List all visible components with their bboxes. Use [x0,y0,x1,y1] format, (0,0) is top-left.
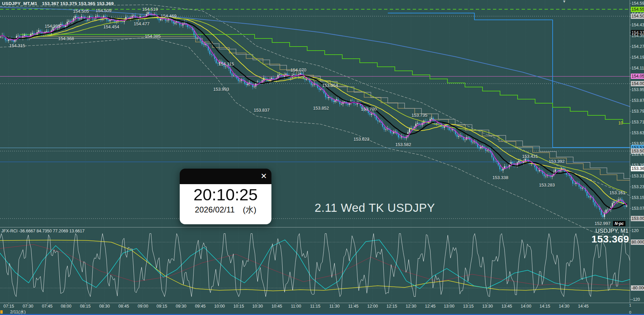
price-axis-tag: 153.075 [631,206,644,211]
swing-price-label: 153.780 [361,107,377,112]
rci-axis-tag: 120 [631,228,639,233]
swing-price-label: 153.954 [322,83,338,88]
ma-steel-blue [0,7,630,107]
swing-price-label: 154.454 [104,24,119,29]
edge-label-1: 1 [629,303,631,307]
price-axis-tag: 154.355 [631,33,644,38]
price-axis-tag: 154.115 [631,65,644,71]
time-axis-label: 08:30 [99,304,110,309]
axis-note-10: 10 [618,121,623,125]
price-axis-tag: 153.475 [631,152,644,157]
swing-price-label: 153.837 [254,108,270,113]
price-axis-tag: 154.275 [631,44,644,49]
time-axis-label: 10:00 [214,304,225,309]
clock-overlay[interactable]: ✕ 20:10:25 2026/02/11 (水) [180,169,271,224]
price-axis-tag: 153.635 [631,130,644,136]
time-axis-label: 11:45 [348,304,358,309]
corner-price-label: 153.369 [591,233,629,245]
price-axis-tag: 154.000 [631,81,644,86]
time-axis-label: 11:15 [310,304,320,309]
price-axis-tag: 154.054 [631,74,644,79]
time-axis-label: 07:30 [23,304,33,309]
time-axis-label: 14:15 [539,304,550,309]
clock-time: 20:10:25 [180,185,271,204]
time-axis-label: 07:15 [3,304,14,309]
time-axis-label: 14:30 [559,304,569,309]
axis-corner-marker [0,310,3,314]
swing-price-label: 152.997 [595,221,611,226]
swing-price-label: 154.315 [9,43,25,48]
swing-price-label: 153.735 [412,113,428,118]
price-axis-tag: 153.715 [631,119,644,125]
symbol-timeframe-label: USDJPY_MT,M1 [2,1,37,6]
chart-canvas[interactable] [0,0,644,315]
swing-price-label: 153.392 [549,159,565,164]
price-axis-tag: 153.369 [631,166,644,171]
time-axis-label: 12:30 [406,304,416,309]
swing-price-label: 154.368 [58,36,74,41]
time-axis-label: 08:00 [61,304,71,309]
swing-price-label: 153.338 [493,175,508,180]
rci-axis-tag: -120 [631,297,641,302]
rci-axis-tag: 80.0000 [631,239,644,245]
swing-price-label: 153.623 [354,137,370,142]
rci-white [0,234,630,297]
swing-price-label: 154.519 [142,7,158,12]
price-axis-tag: 154.435 [631,22,644,28]
price-axis-tag: 153.235 [631,184,644,190]
swing-price-label: 153.161 [610,190,625,195]
rci-red [0,245,630,285]
ma-chartreuse [1,18,627,193]
time-axis-label: 14:00 [521,304,531,309]
time-axis-label: 10:30 [252,304,263,309]
price-axis-tag: 153.000 [631,216,644,221]
price-axis-tag: 153.875 [631,98,644,103]
chart-watermark-text: 2.11 Wed TK USDJPY [315,201,435,214]
time-axis-label: 09:15 [156,304,167,309]
clock-body: 20:10:25 2026/02/11 (水) [180,184,271,224]
swing-price-label: 153.993 [213,87,229,92]
price-axis-tag: 153.795 [631,109,644,114]
time-axis-label: 09:45 [195,304,205,309]
time-axis-label: 13:30 [482,304,493,309]
swing-price-label: 154.070 [291,67,306,73]
time-axis-label: 09:30 [176,304,186,309]
time-axis-label: 10:15 [233,304,244,309]
price-axis-tag: 153.315 [631,173,644,179]
ma-magenta [1,14,627,213]
ma-yellow [1,17,627,205]
price-axis-tag: 153.155 [631,195,644,200]
time-axis-label: 09:00 [138,304,148,309]
ma-black [1,16,627,209]
swing-price-label: 154.477 [134,21,150,26]
ohlc-values: 153.367 153.375 153.365 153.369 [42,1,114,6]
time-axis-label: 11:00 [291,304,301,309]
rci-cyan [0,240,630,289]
chart-title: USDJPY_MT,M1153.367 153.375 153.365 153.… [2,1,114,6]
indicator-n-tag: N-pc [613,221,625,226]
time-axis-label: 13:00 [444,304,454,309]
tan-step [30,36,630,180]
scroll-anchor-icon[interactable]: ▼ [562,0,566,3]
time-axis-label: 12:45 [425,304,435,309]
swing-price-label: 153.283 [539,182,555,188]
close-icon[interactable]: ✕ [261,171,267,181]
trading-app-window: 154.595154.551154.515154.500154.435154.3… [0,0,644,315]
price-axis-tag: 154.595 [631,1,644,6]
time-axis-label: 08:15 [80,304,90,309]
clock-titlebar[interactable]: ✕ [180,169,271,184]
price-axis-tag: 154.195 [631,55,644,60]
price-axis-tag: 153.955 [631,87,644,92]
swing-price-label: 154.505 [73,9,89,14]
swing-price-label: 153.852 [313,106,329,111]
swing-price-label: 154.509 [96,8,112,13]
time-axis-label: 12:15 [386,304,397,309]
swing-price-label: 154.395 [45,24,61,29]
swing-price-label: 153.431 [522,154,538,159]
time-axis-label: 14:45 [578,304,588,309]
time-axis-label: 12:00 [367,304,378,309]
rci-axis-tag: -80.0000 [631,285,644,291]
rci-indicator-header: JFX-RCI -36.6667 84.7350 77.2069 13.6617 [1,229,85,233]
price-axis-tag: 154.500 [631,13,644,19]
swing-price-label: 154.469 [161,13,177,19]
